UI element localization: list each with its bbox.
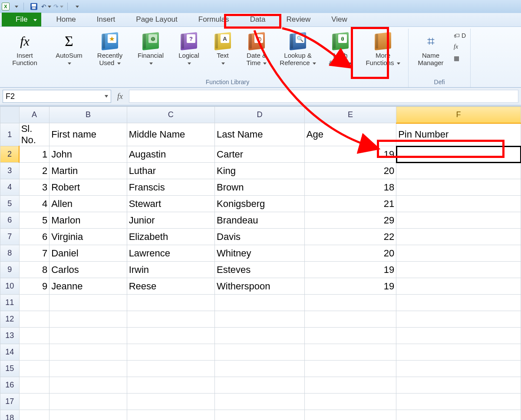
row-header-11[interactable]: 11 <box>0 295 20 311</box>
cell-D5[interactable]: Konigsberg <box>215 196 305 212</box>
cell-B13[interactable] <box>49 328 127 344</box>
cell-C4[interactable]: Franscis <box>127 179 214 196</box>
row-header-7[interactable]: 7 <box>0 229 20 245</box>
cell-A1[interactable]: Sl. No. <box>19 123 49 146</box>
cell-A12[interactable] <box>19 311 49 328</box>
fx-icon[interactable]: fx <box>114 92 126 101</box>
cell-B8[interactable]: Daniel <box>49 245 127 262</box>
recently-used-button[interactable]: ★ RecentlyUsed <box>90 30 129 76</box>
lookup-reference-button[interactable]: 🔍 Lookup &Reference <box>275 30 320 76</box>
cell-B11[interactable] <box>49 295 127 311</box>
insert-function-button[interactable]: fx InsertFunction <box>5 30 44 76</box>
cell-B16[interactable] <box>49 377 127 394</box>
cell-A14[interactable] <box>19 344 49 361</box>
cell-D11[interactable] <box>215 295 305 311</box>
cell-A18[interactable] <box>19 410 49 420</box>
cell-D9[interactable]: Esteves <box>215 262 305 278</box>
cell-C8[interactable]: Lawrence <box>127 245 214 262</box>
cell-F16[interactable] <box>396 377 521 394</box>
create-from-selection-button[interactable]: ▦ <box>454 53 466 63</box>
cell-C16[interactable] <box>127 377 214 394</box>
cell-C15[interactable] <box>127 361 214 377</box>
column-header-A[interactable]: A <box>19 107 49 123</box>
cell-D6[interactable]: Brandeau <box>215 212 305 229</box>
cell-A13[interactable] <box>19 328 49 344</box>
row-header-4[interactable]: 4 <box>0 179 20 196</box>
cell-E13[interactable] <box>304 328 396 344</box>
column-header-D[interactable]: D <box>215 107 305 123</box>
cell-F5[interactable] <box>396 196 521 212</box>
cell-A10[interactable]: 9 <box>19 278 49 295</box>
cell-B18[interactable] <box>49 410 127 420</box>
qat-dropdown[interactable] <box>12 3 20 10</box>
cell-B7[interactable]: Virginia <box>49 229 127 245</box>
cell-E2[interactable]: 19 <box>304 146 396 163</box>
cell-C7[interactable]: Elizabeth <box>127 229 214 245</box>
cell-C6[interactable]: Junior <box>127 212 214 229</box>
cell-F15[interactable] <box>396 361 521 377</box>
cell-F9[interactable] <box>396 262 521 278</box>
cell-F4[interactable] <box>396 179 521 196</box>
cell-B6[interactable]: Marlon <box>49 212 127 229</box>
name-manager-button[interactable]: ⌗ NameManager <box>411 30 450 76</box>
cell-D12[interactable] <box>215 311 305 328</box>
cell-A5[interactable]: 4 <box>19 196 49 212</box>
column-header-C[interactable]: C <box>127 107 214 123</box>
cell-D14[interactable] <box>215 344 305 361</box>
row-header-5[interactable]: 5 <box>0 196 20 212</box>
row-header-14[interactable]: 14 <box>0 344 20 361</box>
cell-E10[interactable]: 19 <box>304 278 396 295</box>
row-header-6[interactable]: 6 <box>0 212 20 229</box>
cell-E5[interactable]: 21 <box>304 196 396 212</box>
cell-F17[interactable] <box>396 394 521 410</box>
tab-file[interactable]: File <box>2 13 41 26</box>
row-header-13[interactable]: 13 <box>0 328 20 344</box>
column-header-E[interactable]: E <box>304 107 396 123</box>
cell-E8[interactable]: 20 <box>304 245 396 262</box>
use-in-formula-button[interactable]: fx <box>454 42 466 52</box>
cell-D13[interactable] <box>215 328 305 344</box>
autosum-button[interactable]: Σ AutoSum <box>49 30 89 76</box>
cell-E14[interactable] <box>304 344 396 361</box>
cell-F2[interactable] <box>396 146 521 163</box>
cell-D1[interactable]: Last Name <box>215 123 305 146</box>
cell-F3[interactable] <box>396 163 521 179</box>
formula-input[interactable] <box>129 90 518 103</box>
cell-F10[interactable] <box>396 278 521 295</box>
cell-F11[interactable] <box>396 295 521 311</box>
cell-D7[interactable]: Davis <box>215 229 305 245</box>
cell-E15[interactable] <box>304 361 396 377</box>
cell-B14[interactable] <box>49 344 127 361</box>
column-header-F[interactable]: F <box>396 107 521 123</box>
cell-F1[interactable]: Pin Number <box>396 123 521 146</box>
cell-A8[interactable]: 7 <box>19 245 49 262</box>
cell-A11[interactable] <box>19 295 49 311</box>
tab-page-layout[interactable]: Page Layout <box>125 13 188 26</box>
cell-F7[interactable] <box>396 229 521 245</box>
tab-home[interactable]: Home <box>46 13 86 26</box>
cell-E16[interactable] <box>304 377 396 394</box>
cell-C9[interactable]: Irwin <box>127 262 214 278</box>
row-header-2[interactable]: 2 <box>0 146 20 163</box>
cell-A3[interactable]: 2 <box>19 163 49 179</box>
cell-B15[interactable] <box>49 361 127 377</box>
cell-C2[interactable]: Augastin <box>127 146 214 163</box>
row-header-17[interactable]: 17 <box>0 394 20 410</box>
cell-F6[interactable] <box>396 212 521 229</box>
cell-B4[interactable]: Robert <box>49 179 127 196</box>
cell-C10[interactable]: Reese <box>127 278 214 295</box>
cell-F14[interactable] <box>396 344 521 361</box>
date-time-button[interactable]: ◴ Date &Time <box>240 30 274 76</box>
define-name-button[interactable]: 🏷D <box>454 30 466 41</box>
cell-C14[interactable] <box>127 344 214 361</box>
cell-E1[interactable]: Age <box>304 123 396 146</box>
column-header-B[interactable]: B <box>49 107 127 123</box>
undo-button[interactable]: ↶ <box>42 3 50 10</box>
save-button[interactable] <box>30 3 38 10</box>
more-functions-button[interactable]: MoreFunctions <box>360 30 406 76</box>
cell-A2[interactable]: 1 <box>19 146 49 163</box>
cell-C5[interactable]: Stewart <box>127 196 214 212</box>
cell-E17[interactable] <box>304 394 396 410</box>
tab-review[interactable]: Review <box>276 13 321 26</box>
select-all-corner[interactable] <box>0 107 20 123</box>
